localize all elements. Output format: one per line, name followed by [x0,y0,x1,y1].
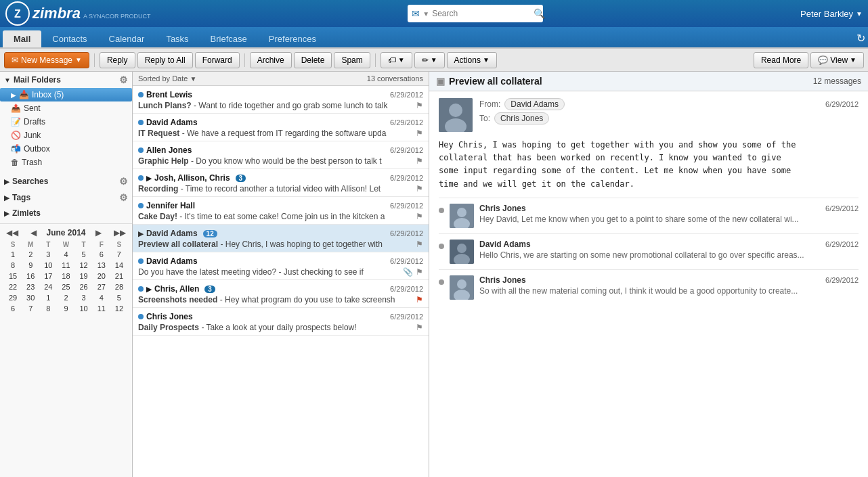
cal-day[interactable]: 7 [110,249,128,260]
message-item[interactable]: Brent Lewis 6/29/2012 Lunch Plans? - Wan… [133,86,429,114]
cal-day[interactable]: 14 [110,260,128,271]
cal-day[interactable]: 5 [75,249,93,260]
view-button[interactable]: 💬 View ▼ [810,52,864,68]
cal-day other-month[interactable]: 7 [22,303,39,314]
cal-day[interactable]: 4 [57,249,74,260]
cal-day other-month[interactable]: 8 [39,303,57,314]
message-item[interactable]: ▶ Chris, Allen 3 6/29/2012 Screenshots n… [133,280,429,308]
spam-button[interactable]: Spam [334,52,370,68]
cal-day other-month[interactable]: 6 [4,303,22,314]
message-item[interactable]: ▶ Josh, Allison, Chris 3 6/29/2012 Recor… [133,169,429,197]
tab-briefcase[interactable]: Briefcase [200,30,258,47]
cal-day[interactable]: 20 [93,271,110,281]
actions-button[interactable]: Actions ▼ [447,52,497,68]
message-item[interactable]: Allen Jones 6/29/2012 Graphic Help - Do … [133,141,429,169]
cal-day[interactable]: 22 [4,281,22,292]
cal-day other-month[interactable]: 9 [57,303,74,314]
thread-item[interactable]: Chris Jones 6/29/2012 So with all the ne… [439,269,859,305]
cal-day other-month[interactable]: 11 [93,303,110,314]
cal-day other-month[interactable]: 12 [110,303,128,314]
cal-day[interactable]: 13 [93,260,110,271]
tags-header[interactable]: ▶ Tags ⚙ [0,189,132,206]
user-dropdown-icon[interactable]: ▼ [856,10,863,18]
reply-button[interactable]: Reply [100,52,135,68]
search-input[interactable] [432,9,534,18]
message-item[interactable]: David Adams 6/29/2012 Do you have the la… [133,252,429,280]
cal-day[interactable]: 15 [4,271,22,281]
flag-icon[interactable]: ⚑ [416,323,423,332]
cal-day[interactable]: 27 [93,281,110,292]
actions-dropdown-icon[interactable]: ▼ [483,56,490,64]
cal-day other-month[interactable]: 2 [57,292,74,303]
cal-day[interactable]: 24 [39,281,57,292]
message-item[interactable]: Chris Jones 6/29/2012 Daily Prospects - … [133,308,429,336]
message-item[interactable]: David Adams 6/29/2012 IT Request - We ha… [133,114,429,141]
refresh-icon[interactable]: ↻ [856,32,865,44]
cal-next-btn[interactable]: ▶ [93,228,104,237]
cal-day[interactable]: 19 [75,271,93,281]
thread-expand-icon[interactable]: ▶ [138,230,144,237]
zimlets-header[interactable]: ▶ Zimlets [0,206,132,221]
from-value[interactable]: David Adams [504,98,565,110]
flag-icon[interactable]: ⚑ [416,267,423,277]
folder-junk[interactable]: 🚫 Junk [0,129,132,142]
cal-day[interactable]: 26 [75,281,93,292]
cal-day[interactable]: 23 [22,281,39,292]
cal-day[interactable]: 10 [39,260,57,271]
cal-day[interactable]: 30 [22,292,39,303]
flag-icon[interactable]: ⚑ [416,212,423,221]
cal-day[interactable]: 9 [22,260,39,271]
collapse-tags-icon[interactable]: ▶ [4,194,9,202]
sort-label[interactable]: Sorted by Date ▼ [138,74,196,83]
read-more-button[interactable]: Read More [754,52,808,68]
tab-contacts[interactable]: Contacts [41,30,97,47]
collapse-zimlets-icon[interactable]: ▶ [4,210,9,217]
cal-day[interactable]: 21 [110,271,128,281]
cal-day[interactable]: 25 [57,281,74,292]
cal-day other-month[interactable]: 1 [39,292,57,303]
new-message-button[interactable]: ✉ New Message ▼ [4,52,89,68]
archive-button[interactable]: Archive [250,52,292,68]
cal-day other-month[interactable]: 3 [75,292,93,303]
tab-mail[interactable]: Mail [3,30,41,47]
cal-day[interactable]: 1 [4,249,22,260]
cal-day[interactable]: 6 [93,249,110,260]
folder-outbox[interactable]: 📬 Outbox [0,142,132,156]
flag-icon[interactable]: ⚑ [416,129,423,138]
delete-button[interactable]: Delete [294,52,332,68]
cal-day[interactable]: 17 [39,271,57,281]
folder-settings-icon[interactable]: ⚙ [119,74,128,85]
cal-next-next-btn[interactable]: ▶▶ [112,228,128,237]
message-item[interactable]: Jennifer Hall 6/29/2012 Cake Day! - It's… [133,197,429,225]
cal-prev-prev-btn[interactable]: ◀◀ [4,228,20,237]
flag-icon[interactable]: ⚑ [416,240,423,249]
flag-icon[interactable]: ⚑ [416,156,423,166]
cal-day[interactable]: 8 [4,260,22,271]
tag-dropdown-icon[interactable]: ▼ [398,56,405,64]
cal-day today[interactable]: 18 [57,271,74,281]
folder-inbox[interactable]: ▶ 📥 Inbox (5) [0,88,132,101]
thread-expand-icon[interactable]: ▶ [146,175,152,182]
cal-day other-month[interactable]: 4 [93,292,110,303]
folder-sent[interactable]: 📤 Sent [0,101,132,115]
cal-day[interactable]: 3 [39,249,57,260]
tags-settings-icon[interactable]: ⚙ [119,192,128,203]
tag-button[interactable]: 🏷 ▼ [381,52,412,68]
mail-folders-header[interactable]: ▼ Mail Folders ⚙ [0,72,132,88]
message-item-selected[interactable]: ▶ David Adams 12 6/29/2012 Preview all c… [133,225,429,252]
searches-settings-icon[interactable]: ⚙ [119,176,128,187]
reply-all-button[interactable]: Reply to All [137,52,193,68]
cal-day[interactable]: 29 [4,292,22,303]
cal-day other-month[interactable]: 10 [75,303,93,314]
searches-header[interactable]: ▶ Searches ⚙ [0,173,132,189]
cal-prev-btn[interactable]: ◀ [28,228,39,237]
label-button[interactable]: ✏ ▼ [414,52,445,68]
label-dropdown-icon[interactable]: ▼ [431,56,437,64]
cal-day[interactable]: 28 [110,281,128,292]
flag-icon[interactable]: ⚑ [416,184,423,194]
thread-item[interactable]: Chris Jones 6/29/2012 Hey David, Let me … [439,198,859,233]
thread-expand-icon[interactable]: ▶ [146,286,152,293]
flag-icon[interactable]: ⚑ [416,295,423,304]
folder-drafts[interactable]: 📝 Drafts [0,115,132,129]
search-dropdown-icon[interactable]: ▼ [422,10,429,18]
